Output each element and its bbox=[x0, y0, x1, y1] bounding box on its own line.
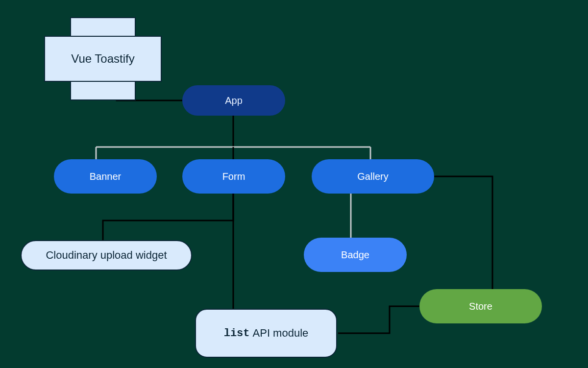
node-badge-label: Badge bbox=[341, 249, 369, 261]
node-cloudinary-label: Cloudinary upload widget bbox=[46, 249, 167, 262]
node-list-api-code: list bbox=[224, 327, 250, 340]
node-banner: Banner bbox=[54, 159, 157, 194]
node-list-api-label: API module bbox=[253, 327, 309, 340]
node-form: Form bbox=[182, 159, 285, 194]
node-gallery: Gallery bbox=[312, 159, 434, 194]
node-vue-toastify: Vue Toastify bbox=[44, 17, 162, 100]
node-gallery-label: Gallery bbox=[357, 171, 388, 182]
node-banner-label: Banner bbox=[90, 171, 122, 182]
node-cloudinary: Cloudinary upload widget bbox=[21, 240, 192, 270]
node-app: App bbox=[182, 85, 285, 116]
node-form-label: Form bbox=[222, 171, 245, 182]
node-badge: Badge bbox=[304, 238, 407, 272]
node-store-label: Store bbox=[469, 301, 492, 312]
node-vue-toastify-label: Vue Toastify bbox=[44, 17, 162, 100]
node-list-api: list API module bbox=[195, 309, 337, 358]
node-app-label: App bbox=[225, 95, 243, 106]
node-store: Store bbox=[419, 289, 542, 323]
